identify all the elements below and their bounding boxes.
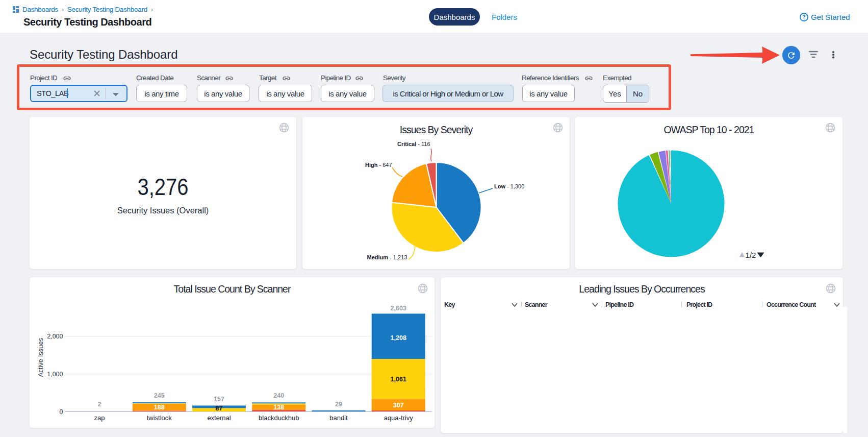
svg-text:Critical - 116: Critical - 116: [397, 141, 430, 147]
svg-text:245: 245: [154, 392, 165, 399]
svg-text:157: 157: [214, 396, 224, 403]
svg-text:307: 307: [393, 402, 404, 409]
svg-text:aqua-trivy: aqua-trivy: [384, 414, 414, 422]
svg-text:2: 2: [98, 401, 101, 408]
svg-text:?: ?: [802, 14, 805, 20]
svg-text:Medium - 1,213: Medium - 1,213: [367, 254, 407, 260]
svg-text:twistlock: twistlock: [147, 414, 172, 422]
svg-text:external: external: [207, 414, 231, 422]
svg-text:1,000: 1,000: [47, 371, 63, 378]
svg-text:blackduckhub: blackduckhub: [259, 414, 299, 422]
svg-text:1,061: 1,061: [391, 376, 406, 383]
svg-text:29: 29: [335, 401, 342, 408]
svg-text:2,603: 2,603: [391, 305, 406, 312]
svg-text:Active Issues: Active Issues: [37, 337, 44, 377]
svg-text:188: 188: [154, 404, 165, 411]
svg-text:240: 240: [273, 392, 284, 399]
svg-text:2,000: 2,000: [47, 333, 63, 340]
svg-text:1/2: 1/2: [746, 251, 756, 259]
svg-text:87: 87: [216, 405, 223, 412]
svg-text:bandit: bandit: [329, 414, 348, 422]
svg-text:Low - 1,300: Low - 1,300: [494, 183, 524, 189]
svg-text:zap: zap: [94, 414, 105, 422]
svg-text:1,208: 1,208: [391, 334, 406, 342]
svg-text:138: 138: [273, 404, 284, 411]
svg-text:0: 0: [60, 408, 63, 416]
svg-text:High - 647: High - 647: [365, 162, 392, 168]
